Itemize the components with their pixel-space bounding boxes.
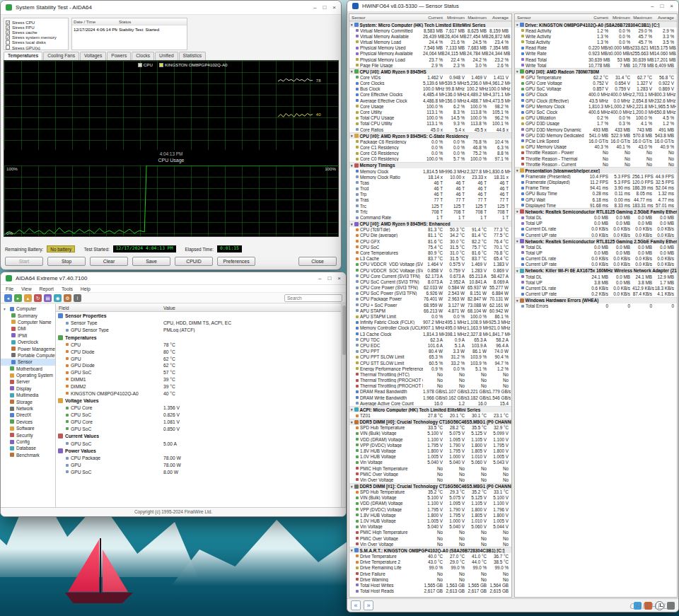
hw-sensor-row[interactable]: GPU SoC Clock400.6 MHz400.0 MHz1,200.0 M… (515, 109, 677, 115)
maximize-icon[interactable]: □ (660, 3, 663, 9)
menu-tools[interactable]: Tools (62, 286, 73, 291)
checkbox-icon[interactable] (6, 40, 10, 45)
column-header-current[interactable]: Current (588, 15, 610, 20)
hw-sensor-row[interactable]: Memory Clock1,814.5 MHz996.3 MHz2,327.8 … (349, 168, 511, 174)
hw-sensor-row[interactable]: VPP (DVDC) Voltage1.795 V1.790 V1.800 V1… (349, 442, 511, 448)
hw-sensor-row[interactable]: CPU Package Power76.401 W2.963 W82.847 W… (349, 296, 511, 302)
hw-sensor-group-header[interactable]: ▾Network: Realtek Semiconductor RTL8125 … (515, 238, 677, 244)
hw-sensor-row[interactable]: Package C6 Residency0.0 %0.0 %76.8 %10.4… (349, 139, 511, 144)
hw-sensor-row[interactable]: Core C6 Residency0.0 %0.0 %75.2 %8.8 % (349, 151, 511, 156)
hw-sensor-row[interactable]: CPU VDDCR_VDD Voltage (SVI3 TFN)1.464 V0… (349, 262, 511, 267)
sidebar-item-display[interactable]: Display (1, 385, 55, 392)
hw-sensor-row[interactable]: Current UP rate0.0 KB/s0.0 KB/s0.0 KB/s0… (515, 232, 677, 238)
sensor-group-header[interactable]: Sensor Properties (56, 312, 341, 320)
sensor-group-header[interactable]: Temperatures (56, 334, 341, 342)
hw-sensor-group-header[interactable]: ▾Memory Timings (349, 162, 511, 168)
sidebar-item-config[interactable]: Config (1, 438, 55, 445)
hw-sensor-row[interactable]: CPU (Tctl/Tdie)81.3 °C50.3 °C91.4 °C77.3… (349, 227, 511, 233)
hw-sensor-row[interactable]: Trfc708 T708 T708 T708 T (349, 209, 511, 214)
chevron-down-icon[interactable]: ▾ (351, 23, 353, 27)
column-header-average[interactable]: Average (489, 15, 511, 20)
hw-sensor-group-header[interactable]: ▾Network: Killer Wi-Fi 6E AX1675x 160MHz… (515, 267, 677, 274)
hw-sensor-row[interactable]: CPU + SoC Power68.959 W3.127 W73.088 W62… (349, 302, 511, 308)
hw-sensor-row[interactable]: PMIC High TemperatureNoNoNoNo (349, 465, 511, 471)
sensor-row[interactable]: DIMM139 °C (56, 376, 341, 383)
sidebar-item-operating-system[interactable]: Operating System (1, 372, 55, 378)
hw-sensor-group-header[interactable]: ▾CPU [#0]: AMD Ryzen 9 8945HS (349, 68, 511, 74)
column-header-minimum[interactable]: Minimum (610, 15, 632, 20)
menu-help[interactable]: Help (81, 286, 91, 291)
hw-sensor-row[interactable]: Read Rate0.220 MB/s0.000 MB/s233.621 MB/… (515, 45, 677, 51)
hw-sensor-row[interactable]: CPU STT SLOW Limit60.5 %33.2 %103.9 %94.… (349, 360, 511, 366)
hw-sensor-row[interactable]: Vin Voltage5.040 V5.040 V5.060 V5.043 V (349, 460, 511, 465)
sidebar-item-server[interactable]: Server (1, 378, 55, 385)
sensor-row[interactable]: CPU Core1.356 V (56, 405, 341, 412)
hw-sensor-row[interactable]: GPU Memory Clock1,810.3 MHz1,000.2 MHz2,… (515, 103, 677, 109)
sensor-row[interactable]: Sensor TypeCPU, HDD, DIMM TS, ACPI, EC (56, 320, 341, 327)
hw-sensor-group-header[interactable]: ▾CPU [#0]: AMD Ryzen 9 8945HS: C-State R… (349, 132, 511, 139)
cpuid-button[interactable]: CPUID (175, 257, 213, 266)
sidebar-item-security[interactable]: Security (1, 431, 55, 438)
hw-sensor-row[interactable]: CPU SoC Current (SVI3 TFN)8.073 A2.952 A… (349, 279, 511, 284)
maximize-icon[interactable]: □ (327, 275, 331, 281)
scrollbar[interactable] (341, 304, 346, 507)
hw-sensor-row[interactable]: GPU SoC Voltage0.857 V0.759 V1.283 V0.86… (515, 86, 677, 92)
hw-sensor-row[interactable]: Bus Clock100.0 MHz99.8 MHz100.2 MHz100.0… (349, 86, 511, 92)
hw-sensor-row[interactable]: VDD (DRAM) Voltage1.100 V1.095 V1.105 V1… (349, 501, 511, 506)
hw-sensor-row[interactable]: CPU VDDCR_SOC Voltage (SVI3 TFN)0.858 V0… (349, 267, 511, 273)
maximize-icon[interactable]: □ (323, 4, 326, 11)
hw-sensor-row[interactable]: GPU D3D Memory Dynamic493 MB433 MB743 MB… (515, 127, 677, 132)
hw-sensor-row[interactable]: Average Active Core Count16.01.216.015.4 (349, 400, 511, 406)
hw-sensor-row[interactable]: Core Usage100.0 %6.2 %100.0 %98.2 % (349, 103, 511, 109)
hw-sensor-row[interactable]: CPU SoC Power (SVI3 TFN)6.926 W2.543 W8.… (349, 291, 511, 296)
hw-sensor-row[interactable]: Drive Temperature 243.0 °C29.0 °C44.0 °C… (349, 559, 511, 565)
sensor-row[interactable]: GPU SoC57 °C (56, 369, 341, 376)
hw-sensor-row[interactable]: Frame Time94.41 ms3.90 ms186.39 ms52.04 … (515, 185, 677, 191)
hw-sensor-row[interactable]: GPU D3D Memory Dedicated541.0 MB522.9 MB… (515, 132, 677, 138)
hw-sensor-row[interactable]: Total DL0.0 MB0.0 MB0.0 MB0.0 MB (515, 214, 677, 220)
hw-sensor-row[interactable]: Total Host Reads2,617 GB2,613 GB2,617 GB… (349, 588, 511, 594)
close-test-button[interactable]: Close (298, 257, 337, 266)
reset-min-max-icon[interactable]: « (351, 600, 361, 610)
hw-sensor-row[interactable]: Total Errors0000 (515, 303, 677, 309)
report-wizard-icon[interactable]: ▤ (44, 294, 52, 302)
hw-sensor-row[interactable]: Virtual Memory Load24.4 %21.6 %24.5 %23.… (349, 39, 511, 45)
column-header-sensor[interactable]: Sensor (515, 15, 588, 20)
hw-sensor-group-header[interactable]: ▾S.M.A.R.T.: KINGSTON OM8PGP4102Q-A0 (S8… (349, 547, 511, 553)
sensor-group-header[interactable]: Power Values (56, 447, 341, 455)
legend-item[interactable]: KINGSTON OM8PGP4102Q-A0 (159, 62, 228, 67)
minimize-icon[interactable]: – (318, 275, 321, 281)
hw-sensor-group-header[interactable]: ▾GPU [#0]: AMD Radeon 780M/780M (515, 68, 677, 74)
column-header-maximum[interactable]: Maximum (632, 15, 654, 20)
checkbox-icon[interactable] (6, 45, 10, 50)
hw-sensor-row[interactable]: Total UP3.8 MB0.0 MB3.8 MB1.7 MB (515, 279, 677, 285)
save-button[interactable]: Save (132, 257, 170, 266)
chevron-down-icon[interactable]: ▾ (516, 168, 518, 173)
hw-sensor-row[interactable]: Memory Controller Clock (UCLK)907.1 MHz4… (349, 325, 511, 331)
hw-sensor-row[interactable]: 1.8V HUB Voltage1.800 V1.795 V1.805 V1.8… (349, 448, 511, 453)
hw-sensor-row[interactable]: GPU Memory Usage40.3 %40.1 %43.0 %40.9 % (515, 144, 677, 150)
sensor-row[interactable]: GPU SoC5.00 A (56, 440, 341, 447)
hw-sensor-row[interactable]: Write Rate0.923 MB/s0.000 MB/s255.663 MB… (515, 51, 677, 57)
hw-sensor-group-header[interactable]: ▾Windows Hardware Errors (WHEA) (515, 297, 677, 303)
hw-sensor-row[interactable]: 1.0V HUB Voltage1.005 V1.000 V1.010 V1.0… (349, 518, 511, 523)
hw-sensor-row[interactable]: Write Activity1.3 %0.0 %45.7 %3.3 % (515, 33, 677, 39)
sidebar-item-computer-name[interactable]: Computer Name (1, 319, 55, 325)
sidebar-item-power-management[interactable]: Power Management (1, 345, 55, 351)
hw-sensor-row[interactable]: Vin Voltage5.040 V5.040 V5.060 V5.044 V (349, 524, 511, 530)
hw-sensor-row[interactable]: Total DL24.1 MB0.0 MB24.1 MB12.9 MB (515, 274, 677, 279)
sensor-row[interactable]: CPU Package78.00 W (56, 455, 341, 462)
hw-sensor-group-header[interactable]: ▾CPU [#0]: AMD Ryzen 9 8945HS: Enhanced (349, 221, 511, 227)
hw-sensor-group-header[interactable]: ▾Drive: KINGSTON OM8PGP4102Q-A0 (S8A26B7… (515, 21, 677, 28)
hw-sensor-row[interactable]: Total UP0.0 MB0.0 MB0.0 MB0.0 MB (515, 221, 677, 226)
hw-sensor-row[interactable]: Physical Memory Used7,546 MB7,133 MB7,68… (349, 45, 511, 51)
hw-sensor-row[interactable]: Core Utility113.1 %8.3 %113.8 %105.1 % (349, 109, 511, 115)
hw-sensor-group-header[interactable]: ▾ACPI: Micro Computer (HK) Tech Limited … (349, 406, 511, 412)
chevron-down-icon[interactable]: ▾ (516, 269, 518, 273)
sensor-row[interactable]: CPU78 °C (56, 342, 341, 349)
sensor-row[interactable]: GPU Core1.081 V (56, 419, 341, 426)
checkbox-icon[interactable]: ✓ (6, 35, 10, 40)
hw-sensor-row[interactable]: Throttle Reason - PowerNoNoNoNo (515, 150, 677, 156)
hw-sensor-row[interactable]: VPP (DVDC) Voltage1.795 V1.790 V1.800 V1… (349, 506, 511, 512)
chevron-down-icon[interactable]: ▾ (351, 484, 353, 489)
